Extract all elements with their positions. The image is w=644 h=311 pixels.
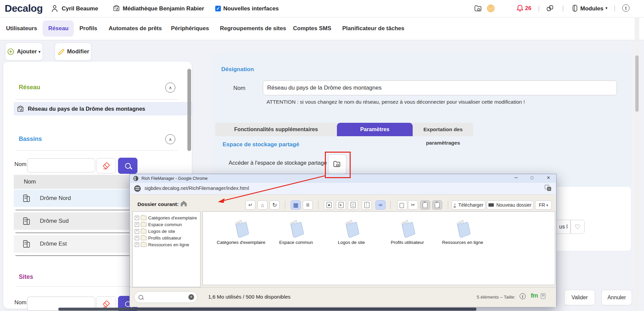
beacon-icon[interactable]: [487, 5, 494, 12]
network-selected-item[interactable]: Réseau du pays de la Drôme des montagnes: [14, 102, 194, 115]
network-collapse-button[interactable]: ∧: [165, 83, 175, 93]
bassins-search-button[interactable]: [118, 158, 137, 174]
new-interfaces-label: Nouvelles interfaces: [223, 5, 279, 12]
home-icon: ⌂: [261, 202, 264, 208]
page-scrollbar-track[interactable]: [635, 17, 639, 311]
refresh-icon: ↻: [272, 202, 277, 209]
home-button[interactable]: ⌂: [257, 200, 268, 210]
folder-icon: [488, 203, 494, 207]
folder-3d-icon: [452, 219, 473, 239]
modules-menu[interactable]: Modules: [580, 5, 603, 12]
bassins-collapse-button[interactable]: ∧: [165, 134, 175, 144]
partial-right-card: [557, 187, 631, 251]
folder-icon: [141, 243, 147, 247]
tree-item[interactable]: + Ressources en ligne: [133, 241, 200, 248]
notifications-bell-icon[interactable]: [516, 4, 524, 12]
folder-tile[interactable]: Ressources en ligne: [436, 219, 489, 245]
expand-icon[interactable]: +: [135, 243, 139, 247]
expand-icon[interactable]: +: [135, 229, 139, 234]
nav-automates[interactable]: Automates de prêts: [109, 17, 162, 40]
filter-images-button[interactable]: [324, 200, 334, 210]
copy-button[interactable]: [397, 200, 407, 210]
sidebar-scrollbar[interactable]: [187, 69, 191, 151]
info-icon[interactable]: i: [520, 293, 526, 299]
clear-search-icon[interactable]: ×: [188, 294, 194, 300]
nav-profils[interactable]: Profils: [79, 17, 97, 40]
nav-reseau[interactable]: Réseau: [48, 17, 68, 40]
user-name[interactable]: Cyril Beaume: [62, 5, 98, 12]
validate-button[interactable]: Valider: [564, 290, 595, 305]
about-alert-icon[interactable]: !: [622, 4, 630, 12]
tab-fonctionnalites[interactable]: Fonctionnalités supplémentaires: [215, 123, 337, 136]
tree-item[interactable]: + Logos de site: [133, 228, 200, 235]
expand-icon[interactable]: +: [135, 236, 139, 240]
chevron-down-icon: ▾: [546, 203, 548, 207]
horizontal-scrollbar-thumb[interactable]: [58, 308, 476, 311]
filter-documents-button[interactable]: [348, 200, 358, 210]
link-icon[interactable]: [546, 5, 553, 12]
tree-item-label: Ressources en ligne: [148, 242, 189, 247]
expand-icon[interactable]: +: [135, 222, 139, 227]
nav-utilisateurs[interactable]: Utilisateurs: [6, 17, 37, 40]
shared-storage-icon[interactable]: [474, 4, 482, 12]
infinity-icon: ∞: [378, 202, 382, 208]
site-settings-icon[interactable]: [134, 185, 141, 192]
copy-icon: [400, 203, 404, 208]
tree-item[interactable]: + Espace commun: [133, 221, 200, 228]
home-folder-icon[interactable]: [180, 200, 187, 207]
url-text[interactable]: sigbdev.decalog.net/RichFilemanager/inde…: [144, 186, 249, 191]
row-label: Drôme Nord: [40, 195, 71, 202]
folder-tile[interactable]: Logos de site: [325, 219, 378, 245]
filemanager-window: Rich FileManager - Google Chrome – □ × s…: [129, 174, 557, 306]
filter-videos-button[interactable]: ▶: [336, 200, 346, 210]
enter-button[interactable]: ↵: [245, 200, 255, 210]
new-folder-button[interactable]: Nouveau dossier: [487, 200, 533, 210]
new-interfaces-checkbox[interactable]: ✓: [215, 6, 221, 11]
tree-item[interactable]: + Catégories d'exemplaire: [133, 214, 200, 221]
cancel-button[interactable]: Annuler: [601, 290, 632, 305]
translate-icon[interactable]: A: [545, 185, 551, 192]
refresh-button[interactable]: ↻: [270, 200, 280, 210]
filter-archives-button[interactable]: [362, 200, 372, 210]
filemanager-search-input[interactable]: ×: [134, 291, 197, 303]
row-label: Drôme Est: [40, 241, 67, 247]
nav-comptes-sms[interactable]: Comptes SMS: [293, 17, 331, 40]
notification-count-badge[interactable]: 26: [525, 5, 531, 12]
tree-item[interactable]: + Profils utilisateur: [133, 235, 200, 241]
designation-name-label: Nom: [233, 85, 245, 92]
folder-tile[interactable]: Profils utilisateur: [380, 219, 434, 245]
maximize-button[interactable]: □: [531, 175, 533, 180]
designation-name-input[interactable]: [263, 81, 617, 95]
add-button[interactable]: Ajouter ▾: [5, 43, 43, 61]
page-scrollbar-thumb[interactable]: [635, 55, 639, 112]
modify-button[interactable]: Modifier: [55, 43, 92, 61]
bassins-clear-search-button[interactable]: [97, 158, 116, 173]
tab-parametres[interactable]: Paramètres: [337, 123, 413, 136]
nav-peripheriques[interactable]: Périphériques: [171, 17, 209, 40]
nav-planificateur[interactable]: Planificateur de tâches: [342, 17, 404, 40]
clear-clipboard-button[interactable]: ×: [432, 200, 442, 210]
library-name[interactable]: Médiathèque Benjamin Rabier: [123, 5, 204, 12]
paste-button[interactable]: [420, 200, 430, 210]
tab-exportation[interactable]: Exportation des paramètrages: [413, 123, 473, 136]
modules-icon[interactable]: [572, 4, 578, 12]
enter-icon: ↵: [248, 202, 253, 208]
language-select[interactable]: FR ▾: [535, 200, 552, 210]
filter-all-button[interactable]: ∞: [375, 200, 386, 210]
cut-button[interactable]: ✂: [408, 200, 418, 210]
folder-tile[interactable]: Espace commun: [269, 219, 323, 245]
folder-3d-icon: [341, 219, 362, 239]
list-view-button[interactable]: ≡: [303, 200, 313, 210]
new-folder-label: Nouveau dossier: [496, 202, 531, 208]
grid-view-button[interactable]: ▦: [291, 200, 301, 210]
favorite-heart-button[interactable]: ♡: [571, 220, 585, 234]
user-icon: [51, 5, 58, 12]
bassins-search-input[interactable]: [27, 158, 95, 172]
nav-regroupements[interactable]: Regroupements de sites: [220, 17, 286, 40]
folder-tile[interactable]: Catégories d'exemplaire: [214, 219, 268, 245]
telecharger-button[interactable]: ↑ Télécharger: [452, 200, 485, 210]
expand-icon[interactable]: +: [135, 216, 139, 220]
minimize-button[interactable]: –: [515, 174, 518, 180]
grid-view-icon: ▦: [293, 202, 298, 209]
close-button[interactable]: ×: [547, 174, 550, 181]
